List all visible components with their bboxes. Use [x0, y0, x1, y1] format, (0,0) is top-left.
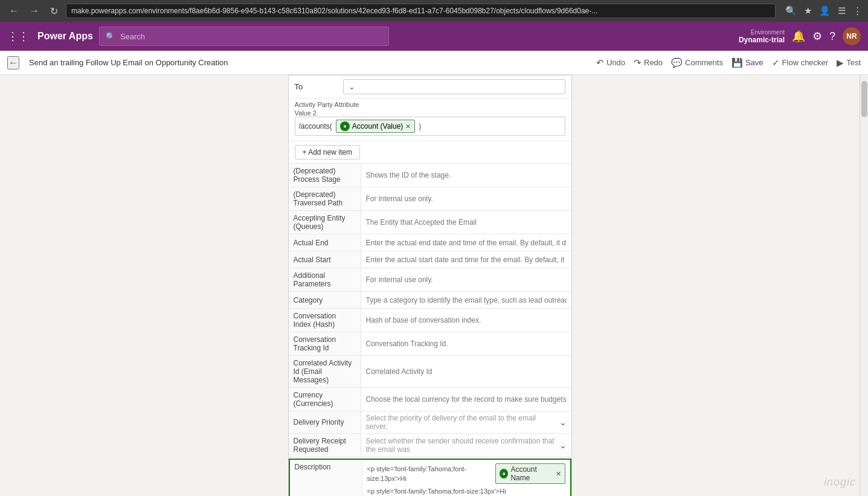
- flow-checker-icon: ✓: [772, 57, 780, 68]
- token-label: Account (Value): [352, 122, 403, 130]
- settings-icon[interactable]: ⚙: [812, 30, 822, 43]
- environment-label: Environment: [739, 29, 785, 36]
- activity-party-section: Activity Party Attribute Value 2 /accoun…: [289, 98, 571, 141]
- desc-token-close-button[interactable]: ✕: [556, 470, 561, 478]
- field-row: (Deprecated) Traversed Path: [289, 187, 571, 211]
- field-input[interactable]: [361, 356, 571, 387]
- field-row: (Deprecated) Process Stage: [289, 164, 571, 187]
- field-input[interactable]: [361, 211, 571, 234]
- field-dropdown[interactable]: Select whether the sender should receive…: [361, 434, 571, 457]
- browser-icons: 🔍 ★ 👤 ☰ ⋮: [785, 5, 862, 16]
- undo-label: Undo: [606, 58, 625, 67]
- field-label: Additional Parameters: [289, 268, 361, 291]
- field-row: Additional Parameters: [289, 268, 571, 292]
- description-row: Description <p style='font-family:Tahoma…: [289, 459, 571, 496]
- browser-bar: ← → ↻ 🔍 ★ 👤 ☰ ⋮: [0, 0, 868, 22]
- field-row: Conversation Tracking Id: [289, 332, 571, 356]
- chevron-down-icon: ⌄: [559, 417, 567, 427]
- save-icon: 💾: [731, 57, 743, 68]
- field-input[interactable]: [361, 251, 571, 268]
- test-icon: ▶: [837, 57, 844, 68]
- field-input[interactable]: [361, 234, 571, 251]
- attr-token: ● Account (Value) ✕: [336, 120, 416, 133]
- field-label: Actual Start: [289, 251, 361, 268]
- undo-button[interactable]: ↶ Undo: [596, 57, 625, 68]
- add-item-button[interactable]: + Add new item: [295, 145, 360, 159]
- avatar[interactable]: NR: [843, 27, 861, 45]
- attr-input-row[interactable]: /accounts( ● Account (Value) ✕ ): [295, 117, 565, 136]
- test-button[interactable]: ▶ Test: [837, 57, 861, 68]
- browser-extensions-icon: ☰: [838, 5, 846, 16]
- center-panel[interactable]: To ⌄ Activity Party Attribute Value 2 /a…: [0, 75, 860, 496]
- page-title: Send an trailing Follow Up Email on Oppo…: [29, 58, 587, 67]
- field-label: (Deprecated) Traversed Path: [289, 187, 361, 210]
- save-button[interactable]: 💾 Save: [731, 57, 764, 68]
- field-label: Accepting Entity (Queues): [289, 211, 361, 234]
- desc-token: ● Account Name ✕: [495, 463, 565, 484]
- browser-search-icon: 🔍: [785, 5, 797, 16]
- field-input[interactable]: [361, 164, 571, 187]
- flow-checker-button[interactable]: ✓ Flow checker: [772, 57, 829, 68]
- field-label: Conversation Tracking Id: [289, 332, 361, 355]
- desc-token-label: Account Name: [510, 465, 553, 482]
- to-field-row: To ⌄: [289, 76, 571, 98]
- field-input[interactable]: [361, 292, 571, 308]
- field-input[interactable]: [361, 332, 571, 355]
- activity-party-label: Activity Party Attribute: [295, 101, 565, 108]
- toolbar-actions: ↶ Undo ↷ Redo 💬 Comments 💾 Save ✓ Flow c…: [596, 57, 861, 68]
- desc-code-prefix: <p style='font-family:Tahoma;font-size:1…: [367, 464, 493, 484]
- redo-icon: ↷: [634, 57, 641, 68]
- undo-icon: ↶: [596, 57, 604, 68]
- field-input[interactable]: [361, 187, 571, 210]
- field-input[interactable]: [361, 268, 571, 291]
- flow-checker-label: Flow checker: [782, 58, 829, 67]
- field-input[interactable]: [361, 309, 571, 332]
- search-box[interactable]: 🔍: [99, 27, 389, 46]
- token-icon: ●: [340, 121, 350, 131]
- field-row: Delivery PrioritySelect the priority of …: [289, 411, 571, 434]
- field-row: Conversation Index (Hash): [289, 309, 571, 332]
- field-label: Delivery Receipt Requested: [289, 434, 361, 457]
- form-card: To ⌄ Activity Party Attribute Value 2 /a…: [288, 75, 572, 496]
- main-content: To ⌄ Activity Party Attribute Value 2 /a…: [0, 75, 868, 496]
- field-row: Actual Start: [289, 251, 571, 268]
- description-input[interactable]: <p style='font-family:Tahoma;font-size:1…: [362, 460, 570, 496]
- test-label: Test: [846, 58, 861, 67]
- desc-token-row: <p style='font-family:Tahoma;font-size:1…: [367, 463, 565, 484]
- token-close-button[interactable]: ✕: [405, 123, 411, 130]
- field-label: (Deprecated) Process Stage: [289, 164, 361, 187]
- notifications-icon[interactable]: 🔔: [792, 30, 805, 43]
- redo-button[interactable]: ↷ Redo: [634, 57, 663, 68]
- search-input[interactable]: [120, 32, 382, 41]
- help-icon[interactable]: ?: [829, 30, 835, 43]
- chevron-down-icon: ⌄: [349, 82, 355, 91]
- desc-code-lines: <p style='font-family:Tahoma;font-size:1…: [367, 486, 565, 496]
- app-bar: ⋮⋮ Power Apps 🔍 Environment Dynamic-tria…: [0, 22, 868, 51]
- redo-label: Redo: [644, 58, 663, 67]
- field-row: Delivery Receipt RequestedSelect whether…: [289, 434, 571, 457]
- comments-button[interactable]: 💬 Comments: [671, 57, 723, 68]
- grid-icon[interactable]: ⋮⋮: [7, 30, 29, 43]
- environment-info: Environment Dynamic-trial: [739, 29, 785, 44]
- save-label: Save: [745, 58, 764, 67]
- add-item-label: + Add new item: [303, 148, 352, 156]
- field-label: Currency (Currencies): [289, 388, 361, 411]
- field-input[interactable]: [361, 388, 571, 411]
- back-button[interactable]: ←: [7, 56, 19, 69]
- browser-address-bar[interactable]: [66, 4, 776, 18]
- browser-forward-btn[interactable]: →: [27, 4, 42, 18]
- chevron-down-icon: ⌄: [559, 440, 567, 450]
- field-placeholder: Select whether the sender should receive…: [366, 437, 559, 454]
- field-dropdown[interactable]: Select the priority of delivery of the e…: [361, 411, 571, 433]
- add-item-row: + Add new item: [289, 141, 571, 164]
- browser-profile-icon: 👤: [819, 5, 831, 16]
- comments-label: Comments: [685, 58, 723, 67]
- to-dropdown[interactable]: ⌄: [343, 79, 565, 94]
- app-title: Power Apps: [37, 31, 93, 42]
- browser-refresh-btn[interactable]: ↻: [47, 4, 61, 18]
- right-scrollbar[interactable]: [860, 75, 868, 496]
- field-row: Currency (Currencies): [289, 388, 571, 411]
- browser-back-btn[interactable]: ←: [6, 4, 22, 18]
- desc-code-line: <p style='font-family:Tahoma;font-size:1…: [367, 486, 565, 496]
- comments-icon: 💬: [671, 57, 683, 68]
